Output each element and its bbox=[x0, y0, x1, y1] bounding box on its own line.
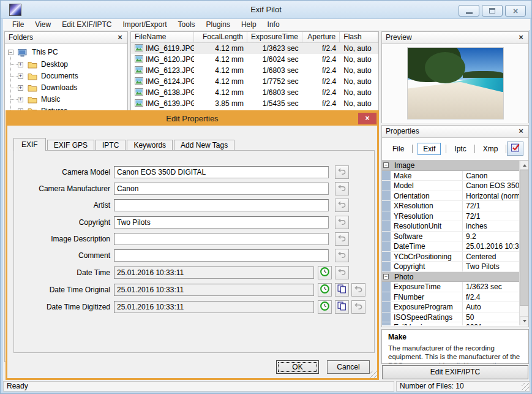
expand-icon[interactable]: + bbox=[18, 97, 23, 102]
scroll-up-button[interactable] bbox=[520, 161, 528, 170]
file-cell-text: 4.12 mm bbox=[215, 88, 244, 97]
menu-plugins[interactable]: Plugins bbox=[201, 19, 236, 30]
dialog-tab-exif[interactable]: EXIF bbox=[13, 138, 46, 151]
dialog-tab-keywords[interactable]: Keywords bbox=[127, 140, 173, 151]
menu-view[interactable]: View bbox=[29, 19, 56, 30]
menu-help[interactable]: Help bbox=[236, 19, 262, 30]
property-group-photo[interactable]: −Photo bbox=[382, 272, 519, 282]
properties-close-icon[interactable]: × bbox=[517, 126, 525, 137]
undo-button[interactable] bbox=[335, 182, 349, 195]
field-input-date-time-original[interactable]: 25.01.2016 10:33:11 bbox=[114, 284, 314, 296]
dialog-tab-add-new-tags[interactable]: Add New Tags bbox=[174, 140, 234, 151]
property-row-xresolution[interactable]: XResolution72/1 bbox=[382, 201, 519, 211]
property-row-isospeedratings[interactable]: ISOSpeedRatings50 bbox=[382, 313, 519, 323]
field-input-date-time[interactable]: 25.01.2016 10:33:11 bbox=[114, 267, 314, 279]
collapse-icon[interactable]: − bbox=[8, 50, 13, 55]
column-header-flash[interactable]: Flash bbox=[340, 32, 378, 42]
field-input-comment[interactable] bbox=[114, 249, 329, 262]
tree-item-music[interactable]: +Music bbox=[5, 94, 127, 105]
property-row-yresolution[interactable]: YResolution72/1 bbox=[382, 211, 519, 222]
clock-button[interactable] bbox=[318, 266, 332, 279]
properties-tab-file[interactable]: File bbox=[389, 143, 407, 154]
undo-button[interactable] bbox=[335, 266, 349, 279]
property-row-model[interactable]: ModelCanon EOS 350... bbox=[382, 181, 519, 191]
menu-file[interactable]: File bbox=[7, 19, 29, 30]
properties-tab-exif[interactable]: Exif bbox=[418, 143, 441, 155]
field-input-date-time-digitized[interactable]: 25.01.2016 10:33:11 bbox=[114, 301, 314, 313]
column-header-filename[interactable]: FileName bbox=[131, 32, 194, 42]
property-row-resolutionunit[interactable]: ResolutionUnitinches bbox=[382, 221, 519, 232]
tree-item-downloads[interactable]: +Downloads bbox=[5, 82, 127, 94]
edit-exif-iptc-button[interactable]: Edit EXIF/IPTC bbox=[382, 365, 528, 379]
copy-button[interactable] bbox=[335, 283, 349, 297]
property-row-exposuretime[interactable]: ExposureTime1/3623 sec bbox=[382, 282, 519, 292]
field-input-copyright[interactable]: Two Pilots bbox=[114, 216, 329, 229]
field-input-image-description[interactable] bbox=[114, 233, 329, 245]
file-row-img-6124-jpg[interactable]: IMG_6124.JPG4.12 mm1/7752 secf/2.4No, au… bbox=[131, 76, 378, 87]
collapse-icon[interactable]: − bbox=[383, 274, 389, 279]
tree-item-documents[interactable]: +Documents bbox=[5, 70, 127, 82]
file-row-img-6123-jpg[interactable]: IMG_6123.JPG4.12 mm1/6803 secf/2.4No, au… bbox=[131, 65, 378, 76]
clock-button[interactable] bbox=[318, 300, 332, 314]
property-row-exposureprogram[interactable]: ExposureProgramAuto bbox=[382, 302, 519, 313]
column-header-exposuretime[interactable]: ExposureTime bbox=[247, 32, 302, 42]
menu-edit-exif-iptc[interactable]: Edit EXIF/IPTC bbox=[56, 19, 117, 30]
undo-button[interactable] bbox=[335, 232, 349, 246]
properties-tab-xmp[interactable]: Xmp bbox=[480, 143, 501, 154]
field-input-camera-model[interactable]: Canon EOS 350D DIGITAL bbox=[114, 166, 329, 178]
menu-tools[interactable]: Tools bbox=[173, 19, 201, 30]
undo-button[interactable] bbox=[351, 283, 365, 297]
menu-info[interactable]: Info bbox=[262, 19, 285, 30]
undo-button[interactable] bbox=[351, 300, 365, 314]
property-row-ycbcrpositioning[interactable]: YCbCrPositioningCentered bbox=[382, 252, 519, 262]
folders-close-icon[interactable]: × bbox=[116, 32, 124, 44]
close-button[interactable]: × bbox=[505, 5, 526, 17]
undo-button[interactable] bbox=[335, 216, 349, 229]
dialog-resize-grip[interactable] bbox=[370, 371, 377, 378]
expand-icon[interactable]: + bbox=[18, 85, 23, 91]
property-row-exifversion[interactable]: ExifVersion0221 bbox=[382, 322, 519, 325]
minimize-button[interactable] bbox=[459, 5, 479, 17]
dialog-title-bar[interactable]: Edit Properties × bbox=[7, 112, 377, 126]
resize-grip[interactable] bbox=[522, 383, 530, 391]
property-row-fnumber[interactable]: FNumberf/2.4 bbox=[382, 292, 519, 303]
file-row-img-6138-jpg[interactable]: IMG_6138.JPG4.12 mm1/6803 secf/2.4No, au… bbox=[131, 87, 378, 98]
tree-item-desktop[interactable]: +Desktop bbox=[5, 59, 127, 70]
tree-item-this-pc[interactable]: −This PC bbox=[5, 47, 127, 58]
field-input-artist[interactable] bbox=[114, 199, 329, 211]
ok-button[interactable]: OK bbox=[276, 360, 319, 374]
column-header-focallength[interactable]: FocalLength bbox=[194, 32, 247, 42]
undo-button[interactable] bbox=[335, 249, 349, 262]
expand-icon[interactable]: + bbox=[18, 62, 23, 67]
cancel-button[interactable]: Cancel bbox=[327, 360, 370, 374]
scroll-down-button[interactable] bbox=[520, 316, 528, 325]
properties-tab-iptc[interactable]: Iptc bbox=[451, 143, 469, 154]
expand-icon[interactable]: + bbox=[18, 74, 23, 79]
menu-import-export[interactable]: Import/Export bbox=[118, 19, 173, 30]
preview-close-icon[interactable]: × bbox=[517, 32, 525, 44]
clock-button[interactable] bbox=[318, 283, 332, 297]
property-row-copyright[interactable]: CopyrightTwo Pilots bbox=[382, 262, 519, 272]
property-row-make[interactable]: MakeCanon bbox=[382, 171, 519, 181]
property-row-orientation[interactable]: OrientationHorizontal (normal) bbox=[382, 191, 519, 202]
column-header-aperture[interactable]: Aperture bbox=[302, 32, 340, 42]
dialog-tab-iptc[interactable]: IPTC bbox=[96, 140, 126, 151]
collapse-icon[interactable]: − bbox=[383, 162, 389, 168]
file-row-img-6139-jpg[interactable]: IMG_6139.JPG3.85 mm1/5435 secf/2.4No, au… bbox=[131, 98, 378, 109]
dialog-close-button[interactable]: × bbox=[358, 113, 377, 124]
file-row-img-6119-jpg[interactable]: IMG_6119.JPG4.12 mm1/3623 secf/2.4No, au… bbox=[131, 43, 378, 54]
preview-thumbnail[interactable] bbox=[407, 47, 504, 119]
undo-button[interactable] bbox=[335, 165, 349, 179]
dialog-tab-exif-gps[interactable]: EXIF GPS bbox=[47, 140, 94, 151]
maximize-button[interactable] bbox=[482, 5, 503, 17]
scrollbar-thumb[interactable] bbox=[520, 170, 528, 306]
edit-properties-icon-button[interactable] bbox=[507, 142, 523, 156]
field-input-camera-manufacturer[interactable]: Canon bbox=[114, 183, 329, 195]
file-row-img-6120-jpg[interactable]: IMG_6120.JPG4.12 mm1/6024 secf/2.4No, au… bbox=[131, 54, 378, 65]
property-row-datetime[interactable]: DateTime25.01.2016 10:3... bbox=[382, 241, 519, 252]
property-row-software[interactable]: Software9.2 bbox=[382, 232, 519, 242]
property-group-image[interactable]: −Image bbox=[382, 161, 519, 171]
undo-button[interactable] bbox=[335, 199, 349, 212]
property-grid-scrollbar[interactable] bbox=[519, 161, 528, 325]
copy-button[interactable] bbox=[335, 300, 349, 314]
